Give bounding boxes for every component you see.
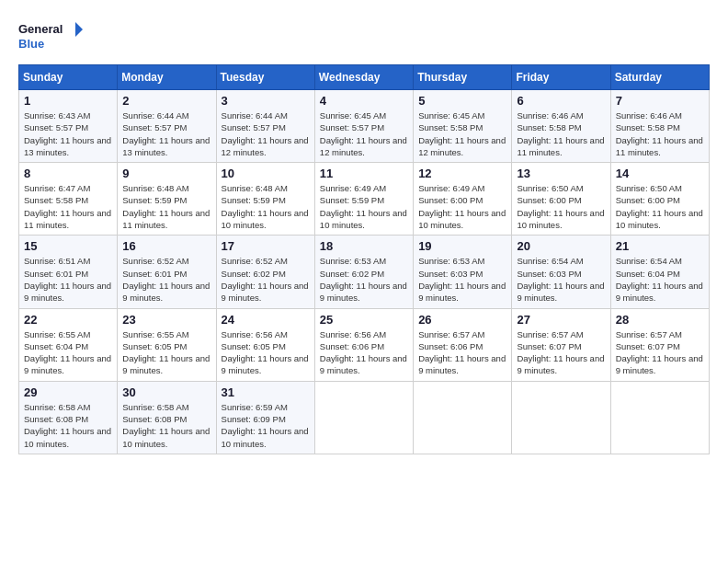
day-info: Sunrise: 6:54 AMSunset: 6:04 PMDaylight:… [616, 256, 703, 303]
day-info: Sunrise: 6:44 AMSunset: 5:57 PMDaylight:… [122, 110, 210, 157]
weekday-header-tuesday: Tuesday [216, 65, 314, 90]
day-number: 11 [320, 167, 408, 180]
day-number: 21 [616, 239, 704, 253]
svg-marker-2 [75, 22, 83, 37]
page-header: General Blue [18, 18, 710, 55]
day-cell-25: 25 Sunrise: 6:56 AMSunset: 6:06 PMDaylig… [314, 308, 413, 381]
day-number: 3 [222, 94, 310, 108]
day-number: 31 [222, 385, 310, 399]
day-cell-9: 9 Sunrise: 6:48 AMSunset: 5:59 PMDayligh… [118, 163, 216, 236]
day-info: Sunrise: 6:44 AMSunset: 5:57 PMDaylight:… [222, 110, 309, 157]
day-number: 25 [320, 313, 408, 327]
day-number: 14 [616, 167, 704, 180]
day-number: 9 [122, 167, 210, 180]
empty-cell [414, 381, 512, 454]
day-cell-22: 22 Sunrise: 6:55 AMSunset: 6:04 PMDaylig… [19, 308, 118, 381]
week-row-2: 8 Sunrise: 6:47 AMSunset: 5:58 PMDayligh… [19, 163, 710, 236]
day-cell-30: 30 Sunrise: 6:58 AMSunset: 6:08 PMDaylig… [118, 381, 216, 454]
day-info: Sunrise: 6:56 AMSunset: 6:05 PMDaylight:… [222, 329, 309, 376]
day-number: 1 [24, 94, 112, 108]
day-number: 23 [122, 313, 210, 327]
day-number: 6 [517, 94, 605, 108]
day-cell-4: 4 Sunrise: 6:45 AMSunset: 5:57 PMDayligh… [314, 90, 413, 163]
day-info: Sunrise: 6:45 AMSunset: 5:58 PMDaylight:… [418, 110, 506, 157]
day-cell-6: 6 Sunrise: 6:46 AMSunset: 5:58 PMDayligh… [512, 90, 610, 163]
day-cell-18: 18 Sunrise: 6:53 AMSunset: 6:02 PMDaylig… [314, 236, 413, 308]
calendar-table: SundayMondayTuesdayWednesdayThursdayFrid… [18, 64, 710, 454]
day-cell-21: 21 Sunrise: 6:54 AMSunset: 6:04 PMDaylig… [610, 236, 709, 308]
day-number: 29 [24, 385, 112, 399]
day-info: Sunrise: 6:55 AMSunset: 6:05 PMDaylight:… [122, 329, 210, 376]
day-number: 7 [616, 94, 704, 108]
weekday-header-saturday: Saturday [610, 65, 709, 90]
svg-text:Blue: Blue [18, 37, 44, 51]
day-number: 8 [24, 167, 112, 180]
day-info: Sunrise: 6:59 AMSunset: 6:09 PMDaylight:… [222, 402, 309, 449]
day-cell-29: 29 Sunrise: 6:58 AMSunset: 6:08 PMDaylig… [19, 381, 118, 454]
day-info: Sunrise: 6:50 AMSunset: 6:00 PMDaylight:… [517, 183, 604, 230]
day-cell-7: 7 Sunrise: 6:46 AMSunset: 5:58 PMDayligh… [610, 90, 709, 163]
weekday-header-thursday: Thursday [414, 65, 512, 90]
day-cell-19: 19 Sunrise: 6:53 AMSunset: 6:03 PMDaylig… [414, 236, 512, 308]
day-info: Sunrise: 6:57 AMSunset: 6:06 PMDaylight:… [418, 329, 506, 376]
day-cell-12: 12 Sunrise: 6:49 AMSunset: 6:00 PMDaylig… [414, 163, 512, 236]
day-number: 27 [517, 313, 605, 327]
empty-cell [610, 381, 709, 454]
day-number: 12 [418, 167, 506, 180]
day-number: 5 [418, 94, 506, 108]
day-info: Sunrise: 6:57 AMSunset: 6:07 PMDaylight:… [517, 329, 604, 376]
day-cell-20: 20 Sunrise: 6:54 AMSunset: 6:03 PMDaylig… [512, 236, 610, 308]
day-info: Sunrise: 6:57 AMSunset: 6:07 PMDaylight:… [616, 329, 703, 376]
day-info: Sunrise: 6:49 AMSunset: 6:00 PMDaylight:… [418, 183, 506, 230]
svg-text:General: General [18, 22, 63, 36]
day-cell-5: 5 Sunrise: 6:45 AMSunset: 5:58 PMDayligh… [414, 90, 512, 163]
day-info: Sunrise: 6:58 AMSunset: 6:08 PMDaylight:… [24, 402, 111, 449]
day-number: 30 [122, 385, 210, 399]
day-info: Sunrise: 6:50 AMSunset: 6:00 PMDaylight:… [616, 183, 703, 230]
day-info: Sunrise: 6:48 AMSunset: 5:59 PMDaylight:… [122, 183, 210, 230]
week-row-1: 1 Sunrise: 6:43 AMSunset: 5:57 PMDayligh… [19, 90, 710, 163]
day-number: 16 [122, 239, 210, 253]
day-number: 10 [222, 167, 310, 180]
logo: General Blue [18, 18, 83, 55]
day-number: 26 [418, 313, 506, 327]
day-number: 15 [24, 239, 112, 253]
weekday-header-row: SundayMondayTuesdayWednesdayThursdayFrid… [19, 65, 710, 90]
day-cell-23: 23 Sunrise: 6:55 AMSunset: 6:05 PMDaylig… [118, 308, 216, 381]
week-row-5: 29 Sunrise: 6:58 AMSunset: 6:08 PMDaylig… [19, 381, 710, 454]
day-info: Sunrise: 6:53 AMSunset: 6:02 PMDaylight:… [320, 256, 407, 303]
day-cell-14: 14 Sunrise: 6:50 AMSunset: 6:00 PMDaylig… [610, 163, 709, 236]
day-info: Sunrise: 6:48 AMSunset: 5:59 PMDaylight:… [222, 183, 309, 230]
day-info: Sunrise: 6:58 AMSunset: 6:08 PMDaylight:… [122, 402, 210, 449]
day-info: Sunrise: 6:46 AMSunset: 5:58 PMDaylight:… [517, 110, 604, 157]
logo-svg: General Blue [18, 18, 83, 55]
day-info: Sunrise: 6:43 AMSunset: 5:57 PMDaylight:… [24, 110, 111, 157]
day-number: 18 [320, 239, 408, 253]
day-info: Sunrise: 6:53 AMSunset: 6:03 PMDaylight:… [418, 256, 506, 303]
day-cell-11: 11 Sunrise: 6:49 AMSunset: 5:59 PMDaylig… [314, 163, 413, 236]
day-number: 28 [616, 313, 704, 327]
week-row-4: 22 Sunrise: 6:55 AMSunset: 6:04 PMDaylig… [19, 308, 710, 381]
day-number: 4 [320, 94, 408, 108]
day-info: Sunrise: 6:49 AMSunset: 5:59 PMDaylight:… [320, 183, 407, 230]
day-info: Sunrise: 6:52 AMSunset: 6:02 PMDaylight:… [222, 256, 309, 303]
day-info: Sunrise: 6:51 AMSunset: 6:01 PMDaylight:… [24, 256, 111, 303]
day-cell-17: 17 Sunrise: 6:52 AMSunset: 6:02 PMDaylig… [216, 236, 314, 308]
weekday-header-friday: Friday [512, 65, 610, 90]
weekday-header-monday: Monday [118, 65, 216, 90]
day-number: 24 [222, 313, 310, 327]
day-cell-3: 3 Sunrise: 6:44 AMSunset: 5:57 PMDayligh… [216, 90, 314, 163]
day-info: Sunrise: 6:54 AMSunset: 6:03 PMDaylight:… [517, 256, 604, 303]
day-cell-10: 10 Sunrise: 6:48 AMSunset: 5:59 PMDaylig… [216, 163, 314, 236]
day-info: Sunrise: 6:56 AMSunset: 6:06 PMDaylight:… [320, 329, 407, 376]
day-info: Sunrise: 6:52 AMSunset: 6:01 PMDaylight:… [122, 256, 210, 303]
day-info: Sunrise: 6:47 AMSunset: 5:58 PMDaylight:… [24, 183, 111, 230]
day-cell-1: 1 Sunrise: 6:43 AMSunset: 5:57 PMDayligh… [19, 90, 118, 163]
week-row-3: 15 Sunrise: 6:51 AMSunset: 6:01 PMDaylig… [19, 236, 710, 308]
day-info: Sunrise: 6:45 AMSunset: 5:57 PMDaylight:… [320, 110, 407, 157]
empty-cell [512, 381, 610, 454]
day-cell-2: 2 Sunrise: 6:44 AMSunset: 5:57 PMDayligh… [118, 90, 216, 163]
weekday-header-wednesday: Wednesday [314, 65, 413, 90]
day-cell-26: 26 Sunrise: 6:57 AMSunset: 6:06 PMDaylig… [414, 308, 512, 381]
weekday-header-sunday: Sunday [19, 65, 118, 90]
